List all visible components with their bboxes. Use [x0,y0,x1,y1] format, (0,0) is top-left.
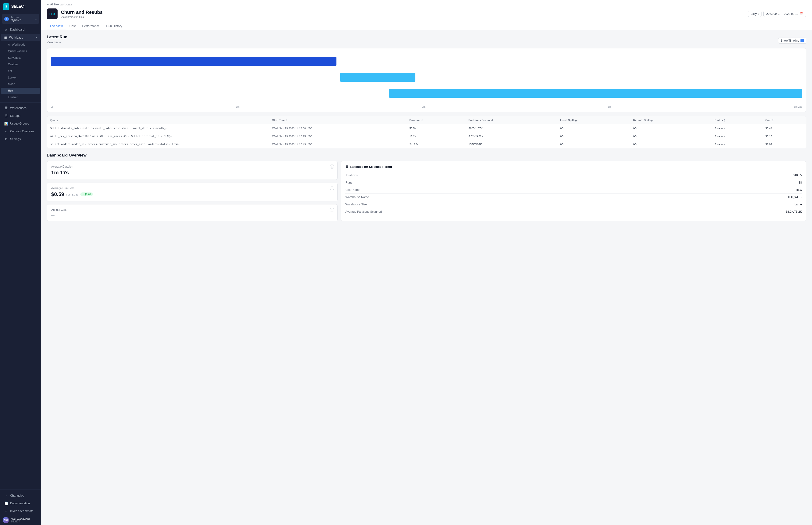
external-link-icon: ↗ [800,196,802,198]
timeline-checkbox: ✓ [800,39,804,42]
cell-remote-spillage: 0B [630,132,711,140]
sidebar-item-invite[interactable]: + Invite a teammate [1,507,40,515]
period-chevron-icon: ▾ [758,13,759,15]
cell-status: Success [711,132,762,140]
average-run-cost-info-icon[interactable]: ℹ [330,186,334,190]
stats-row: User Name HEX [346,186,802,194]
sidebar-item-workloads[interactable]: ▦ Workloads ▾ [1,34,40,41]
logo-icon: S [3,3,10,10]
sidebar-item-custom[interactable]: Custom [1,61,40,68]
period-select-button[interactable]: Daily ▾ [748,11,762,17]
sidebar-item-warehouses[interactable]: 🏛 Warehouses [1,104,40,112]
show-timeline-button[interactable]: Show Timeline ✓ [778,38,806,44]
cell-duration: 53.5s [406,124,465,132]
main-content: ← All Hex workloads HEX Churn and Resubs… [41,0,812,525]
timeline-bars [51,52,802,104]
col-status[interactable]: Status ▲▼ [711,116,762,124]
cell-remote-spillage: 0B [630,140,711,148]
sidebar-item-dbt[interactable]: dbt [1,68,40,74]
user-info: Niall Woodward SELECT [11,518,38,523]
annual-cost-info-icon[interactable]: ℹ [330,208,334,212]
col-local-spillage: Local Spillage [557,116,630,124]
table-body: SELECT d.month_date::date as month_date,… [47,124,806,148]
average-duration-value: 1m 17s [51,170,333,176]
account-selector[interactable]: ✦ Account Cyberco ⌄ [2,14,39,24]
average-run-cost-badge: ↓ $0.81 [80,193,93,196]
annual-cost-label: Annual Cost [51,208,333,211]
col-start-time[interactable]: Start Time ▲▼ [269,116,406,124]
changelog-label: Changelog [10,494,24,497]
sidebar-item-looker[interactable]: Looker [1,75,40,80]
col-duration[interactable]: Duration ▲▼ [406,116,465,124]
tab-run-history[interactable]: Run History [103,22,125,30]
stats-row-label: Average Partitions Scanned [346,210,382,213]
tab-cost[interactable]: Cost [66,22,79,30]
usage-groups-label: Usage Groups [10,122,29,125]
tab-performance[interactable]: Performance [79,22,103,30]
view-run-link[interactable]: View run → [47,41,61,44]
sidebar-item-serverless[interactable]: Serverless [1,55,40,61]
sidebar-item-contract-overview[interactable]: ○ Contract Overview [1,127,40,135]
app-logo: S Overview SELECT [0,0,41,13]
date-range-label: 2023-09-07 ~ 2023-09-13 [766,12,798,15]
cell-start-time: Wed, Sep 13 2023 14:17:30 UTC [269,124,406,132]
statistics-rows: Total Cost $10.55 Runs 18 User Name HEX … [346,172,802,215]
col-cost[interactable]: Cost ▲▼ [762,116,806,124]
account-label: Account [11,16,33,18]
sidebar-item-storage[interactable]: 🗄 Storage [1,112,40,120]
tab-overview[interactable]: Overview [47,22,66,30]
sidebar-item-query-patterns[interactable]: Query Patterns [1,48,40,54]
average-duration-info-icon[interactable]: ℹ [330,165,334,169]
settings-icon: ⚙ [4,137,8,141]
badge-value: ↓ $0.81 [83,193,91,196]
project-link[interactable]: View project in Hex → [61,15,745,18]
sidebar-item-changelog[interactable]: ↑ Changelog [1,492,40,499]
average-duration-card: ℹ Average Duration 1m 17s [47,161,338,180]
cell-cost: $0.13 [762,132,806,140]
usage-groups-icon: 📊 [4,122,8,125]
user-profile[interactable]: NW Niall Woodward SELECT [0,515,41,525]
annual-cost-card: ℹ Annual Cost — [47,204,338,221]
date-range-button[interactable]: 2023-09-07 ~ 2023-09-13 📅 [763,11,806,17]
warehouse-link[interactable]: HEX_WH ↗ [787,196,802,199]
app-name-label: SELECT [11,4,26,9]
user-name: Niall Woodward [11,518,38,520]
changelog-icon: ↑ [4,494,8,497]
metric-cards: ℹ Average Duration 1m 17s ℹ Average Run … [47,161,338,221]
average-run-cost-value: $0.59 [51,191,64,197]
sidebar-item-hex[interactable]: Hex [1,88,40,94]
timeline-axis: 0s 1m 2m 3m 3m 25s [51,104,802,108]
settings-label: Settings [10,137,21,141]
sidebar-item-fivetran[interactable]: Fivetran [1,94,40,100]
average-run-cost-row: $0.59 from $1.39 ↓ $0.81 [51,191,333,197]
period-label: Daily [750,12,757,15]
latest-run-title-area: Latest Run View run → [47,35,67,46]
cell-partitions: 36.7K/107K [465,124,557,132]
cell-cost: $0.44 [762,124,806,132]
user-role: SELECT [11,520,38,523]
statistics-title: ☰ Statistics for Selected Period [346,165,802,168]
table-row[interactable]: select orders.order_id, orders.customer_… [47,140,806,148]
cell-status: Success [711,124,762,132]
breadcrumb-link[interactable]: ← All Hex workloads [47,3,73,6]
sidebar-item-settings[interactable]: ⚙ Settings [1,135,40,143]
sidebar-item-dashboard[interactable]: ⌂ Dashboard [1,26,40,33]
sidebar-item-documentation[interactable]: 📄 Documentation [1,500,40,507]
sidebar-bottom: ↑ Changelog 📄 Documentation + Invite a t… [0,490,41,525]
table-row[interactable]: SELECT d.month_date::date as month_date,… [47,124,806,132]
sidebar-item-usage-groups[interactable]: 📊 Usage Groups [1,120,40,127]
cell-start-time: Wed, Sep 13 2023 14:18:25 UTC [269,132,406,140]
dashboard-overview-title: Dashboard Overview [47,153,806,158]
cell-duration: 2m 12s [406,140,465,148]
axis-label-0: 0s [51,105,53,108]
documentation-label: Documentation [10,502,30,505]
breadcrumb: ← All Hex workloads [47,0,806,6]
table-row[interactable]: with _hex_preview_32e99807 as ( WITH min… [47,132,806,140]
sort-arrows-cost: ▲▼ [772,118,774,122]
sidebar-item-all-workloads[interactable]: All Workloads [1,42,40,48]
cell-query: SELECT d.month_date::date as month_date,… [47,124,269,132]
account-text: Account Cyberco [11,16,33,22]
sidebar-item-mode[interactable]: Mode [1,81,40,87]
contract-overview-label: Contract Overview [10,130,34,133]
stats-row: Warehouse Size Large [346,201,802,208]
